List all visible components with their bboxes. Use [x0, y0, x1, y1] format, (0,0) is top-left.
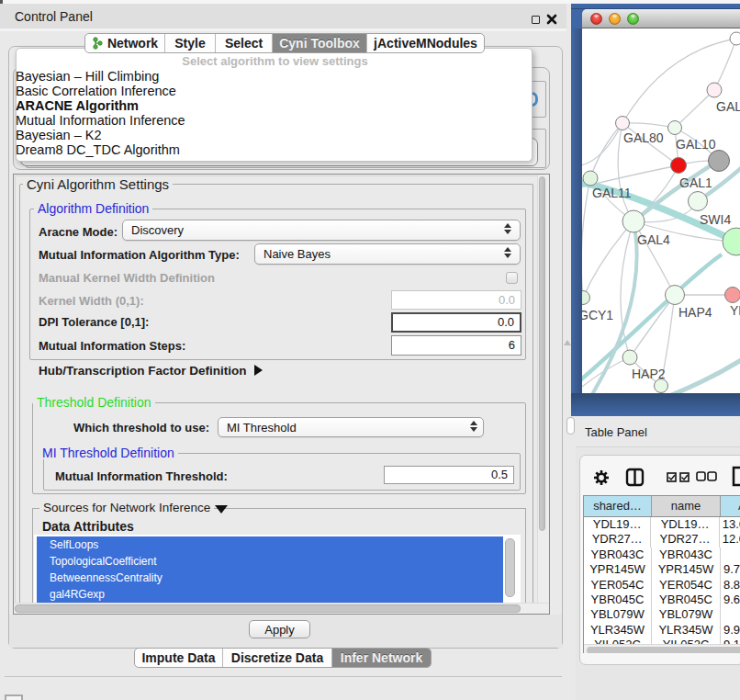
- svg-text:GAL4: GAL4: [637, 232, 670, 247]
- svg-text:GAL1: GAL1: [679, 175, 712, 190]
- svg-text:GAL10: GAL10: [676, 137, 716, 152]
- svg-text:GAL11: GAL11: [592, 186, 632, 200]
- svg-text:GAL2: GAL2: [716, 99, 740, 114]
- svg-text:GCY1: GCY1: [582, 308, 613, 322]
- svg-text:SWI4: SWI4: [700, 212, 731, 227]
- svg-text:HAP2: HAP2: [632, 367, 666, 381]
- svg-text:YE: YE: [730, 303, 740, 318]
- svg-text:HAP4: HAP4: [678, 305, 712, 320]
- svg-text:GAL80: GAL80: [623, 130, 664, 145]
